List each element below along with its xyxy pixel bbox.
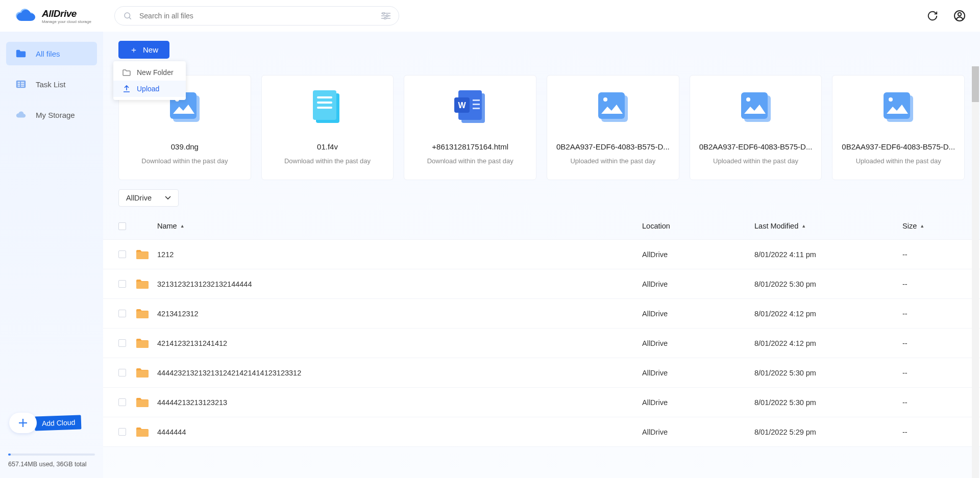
svg-rect-24	[317, 96, 332, 98]
row-checkbox[interactable]	[118, 310, 126, 317]
row-checkbox[interactable]	[118, 339, 126, 347]
row-name: 44444213213123213	[157, 398, 642, 407]
add-cloud[interactable]: Add Cloud	[6, 413, 97, 433]
row-name: 4444444	[157, 428, 642, 436]
recent-card[interactable]: 0B2AA937-EDF6-4083-B575-D...Uploaded wit…	[690, 75, 822, 180]
sidebar-label: Task List	[36, 80, 65, 89]
row-location: AllDrive	[642, 428, 754, 436]
dropdown-item-new-folder[interactable]: New Folder	[113, 64, 186, 81]
sidebar-label: My Storage	[36, 111, 75, 119]
select-all-checkbox[interactable]	[118, 222, 126, 230]
row-location: AllDrive	[642, 369, 754, 377]
sync-icon[interactable]	[927, 10, 938, 21]
file-thumb-icon	[594, 90, 632, 126]
new-button-label: New	[143, 45, 158, 54]
file-thumb-icon: W	[451, 90, 489, 126]
row-checkbox[interactable]	[118, 250, 126, 258]
recent-file-sub: Download within the past day	[141, 157, 228, 165]
recent-file-sub: Uploaded within the past day	[570, 157, 655, 165]
svg-rect-33	[473, 108, 480, 109]
row-checkbox[interactable]	[118, 428, 126, 436]
svg-rect-23	[313, 90, 336, 120]
add-cloud-button[interactable]	[9, 413, 37, 433]
row-icon	[136, 308, 157, 319]
svg-point-42	[889, 97, 893, 102]
sidebar-item-task-list[interactable]: Task List	[6, 72, 97, 96]
column-header-name[interactable]: Name	[157, 222, 642, 230]
add-cloud-tag: Add Cloud	[35, 415, 82, 431]
svg-point-9	[958, 13, 961, 16]
file-table: Name Location Last Modified Size 1212All…	[103, 213, 980, 478]
new-button[interactable]: ＋ New	[118, 41, 169, 59]
cloud-icon	[15, 109, 27, 120]
svg-line-1	[129, 17, 131, 19]
account-icon[interactable]	[953, 10, 966, 22]
column-header-location[interactable]: Location	[642, 222, 754, 230]
recent-file-sub: Download within the past day	[284, 157, 371, 165]
recent-card[interactable]: 01.f4vDownload within the past day	[261, 75, 394, 180]
row-modified: 8/01/2022 5:30 pm	[754, 280, 902, 288]
svg-rect-16	[21, 86, 24, 87]
recent-file-name: 039.dng	[125, 142, 244, 151]
table-row[interactable]: 1212AllDrive8/01/2022 4:11 pm--	[103, 240, 980, 269]
svg-rect-13	[18, 86, 20, 87]
row-modified: 8/01/2022 4:12 pm	[754, 310, 902, 318]
column-header-size[interactable]: Size	[902, 222, 953, 230]
table-row[interactable]: 4444444AllDrive8/01/2022 5:29 pm--	[103, 417, 980, 447]
row-size: --	[902, 369, 953, 377]
sidebar-item-all-files[interactable]: All files	[6, 42, 97, 65]
search-icon	[123, 11, 132, 20]
row-checkbox[interactable]	[118, 280, 126, 288]
svg-rect-6	[386, 15, 388, 17]
recent-file-sub: Uploaded within the past day	[713, 157, 798, 165]
column-header-modified[interactable]: Last Modified	[754, 222, 902, 230]
row-icon	[136, 279, 157, 290]
row-name: 4213412312	[157, 310, 642, 318]
main-panel: ＋ New New Folder Upload	[103, 32, 980, 478]
svg-rect-14	[21, 82, 24, 83]
row-name: 42141232131241412	[157, 339, 642, 347]
row-name: 32131232131232132144444	[157, 280, 642, 288]
location-selected: AllDrive	[126, 194, 152, 202]
dropdown-label: Upload	[137, 85, 159, 93]
table-row[interactable]: 44444213213123213AllDrive8/01/2022 5:30 …	[103, 388, 980, 417]
recent-card[interactable]: 0B2AA937-EDF6-4083-B575-D...Uploaded wit…	[832, 75, 965, 180]
svg-point-39	[746, 97, 750, 102]
sidebar-label: All files	[36, 49, 60, 58]
recent-card[interactable]: 0B2AA937-EDF6-4083-B575-D...Uploaded wit…	[547, 75, 679, 180]
row-size: --	[902, 310, 953, 318]
svg-rect-41	[884, 92, 910, 119]
filter-icon[interactable]	[381, 12, 390, 19]
recent-card[interactable]: W+8613128175164.htmlDownload within the …	[404, 75, 536, 180]
row-modified: 8/01/2022 4:12 pm	[754, 339, 902, 347]
table-row[interactable]: 32131232131232132144444AllDrive8/01/2022…	[103, 269, 980, 299]
scrollbar-track[interactable]	[972, 66, 979, 478]
sidebar-item-my-storage[interactable]: My Storage	[6, 103, 97, 127]
row-checkbox[interactable]	[118, 398, 126, 406]
scrollbar-thumb[interactable]	[972, 66, 979, 102]
svg-rect-32	[473, 104, 480, 105]
svg-rect-11	[18, 82, 20, 83]
row-location: AllDrive	[642, 398, 754, 407]
logo[interactable]: AllDrive Manage your cloud storage	[14, 8, 104, 24]
table-row[interactable]: 44442321321321312421421414123123312AllDr…	[103, 358, 980, 388]
chevron-down-icon	[165, 196, 171, 200]
table-row[interactable]: 4213412312AllDrive8/01/2022 4:12 pm--	[103, 299, 980, 329]
dropdown-item-upload[interactable]: Upload	[113, 81, 186, 97]
storage-bar	[8, 454, 95, 456]
search-input[interactable]	[139, 12, 381, 20]
recent-file-name: 0B2AA937-EDF6-4083-B575-D...	[553, 142, 673, 151]
recent-file-sub: Download within the past day	[427, 157, 513, 165]
table-row[interactable]: 42141232131241412AllDrive8/01/2022 4:12 …	[103, 329, 980, 358]
table-header: Name Location Last Modified Size	[103, 213, 980, 239]
file-thumb-icon	[308, 90, 347, 126]
search-box[interactable]	[114, 6, 399, 26]
row-checkbox[interactable]	[118, 369, 126, 376]
location-dropdown[interactable]: AllDrive	[118, 189, 179, 207]
file-thumb-icon	[737, 90, 775, 126]
row-size: --	[902, 339, 953, 347]
row-name: 1212	[157, 250, 642, 259]
cloud-logo-icon	[14, 8, 37, 24]
svg-rect-7	[384, 17, 386, 19]
row-location: AllDrive	[642, 310, 754, 318]
